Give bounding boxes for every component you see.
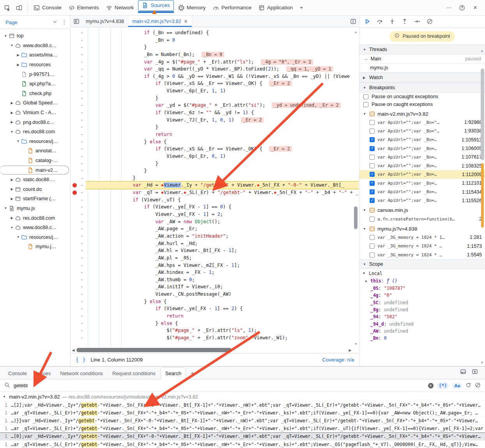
breakpoint-checkbox[interactable] <box>370 146 375 151</box>
sidebar-tree-item[interactable]: ▼res.doc88.com <box>0 127 70 137</box>
breakpoint-row[interactable]: a.fn.createPattern=function(b…2 <box>359 215 485 223</box>
sidebar-tree-item[interactable]: ▶resources <box>0 60 70 70</box>
scope-variable[interactable]: _5C: undefined <box>359 299 485 306</box>
sidebar-tree-item[interactable]: ▶res.doc88.com <box>0 213 70 223</box>
scroll-right-icon[interactable]: ▶ <box>348 348 352 352</box>
sidebar-tree-item[interactable]: ▶Vimium C - A… <box>0 108 70 118</box>
scope-variable[interactable]: _0S: "108787" <box>359 285 485 292</box>
editor-tab[interactable]: main-v2.min.js?v=3.82✕ <box>128 16 192 27</box>
sidebar-tree-item[interactable]: ▶static.doc88…. <box>0 175 70 185</box>
sidebar-tree-item[interactable]: ▶Global Speed… <box>0 98 70 108</box>
scope-local-row[interactable]: ▼Local <box>359 269 485 277</box>
code-line[interactable]: - var _qq = Number((_yD * Viewer._BP).to… <box>71 65 359 73</box>
sidebar-tree-item[interactable]: ▶png.doc88.c… <box>0 117 70 127</box>
breakpoint-row[interactable]: var ApiUrl="";var _Bo=…1:106005 <box>359 144 485 153</box>
search-result-row[interactable]: 1…ar _qT=Viewer._5L(_Er)+"/getebt-"+View… <box>0 440 485 448</box>
open-panel-icon[interactable] <box>348 16 359 27</box>
device-toolbar-icon[interactable] <box>13 2 25 13</box>
sidebar-tree-item[interactable]: ▼top <box>0 31 70 41</box>
code-line[interactable]: - Viewer._7J(_Er, 1, 0, 1) _Er = 2 <box>71 116 359 124</box>
code-line[interactable]: - _AW.hps = Viewer._mZ[_FX - 1]; <box>71 262 359 269</box>
code-line[interactable]: - _AW.thumb = 0; <box>71 276 359 284</box>
breakpoint-checkbox[interactable] <box>370 172 375 177</box>
panel-tab-memory[interactable]: Memory <box>175 0 209 16</box>
pretty-print-button[interactable]: { } <box>76 357 86 363</box>
breakpoint-checkbox[interactable] <box>370 243 375 249</box>
step-out-button[interactable] <box>402 18 408 26</box>
inspect-element-icon[interactable] <box>2 2 13 13</box>
scope-variable[interactable]: _Bn: 0 <box>359 335 485 342</box>
sidebar-tree-item[interactable]: ▼www.doc88.c… <box>0 223 70 233</box>
vscroll-thumb[interactable] <box>354 206 358 229</box>
code-line[interactable]: - } <box>71 167 359 175</box>
sidebar-tree-item[interactable]: ▶assets/ima… <box>0 50 70 60</box>
code-line[interactable]: - } else { <box>71 320 359 327</box>
threads-section-header[interactable]: ▼Threads <box>359 44 485 55</box>
drawer-tab-request-conditions[interactable]: Request conditions <box>108 368 160 379</box>
panel-tab-elements[interactable]: Elements <box>65 0 103 16</box>
code-line[interactable]: - if (Viewer._ye[_FX - 1] == 2) { <box>71 305 359 312</box>
scope-section-header[interactable]: ▼Scope <box>359 259 485 269</box>
breakpoint-row[interactable]: var _3G_memory = 1024 * …1:1573 <box>359 242 485 250</box>
code-line[interactable]: - $("#page_" + _Er).attr("zoom", Viewer.… <box>71 334 359 342</box>
breakpoint-checkbox[interactable] <box>370 155 375 160</box>
panel-tab-network[interactable]: Network <box>103 0 138 16</box>
scroll-left-icon[interactable]: ◀ <box>71 348 76 352</box>
code-pane[interactable]: - if (_Bn == undefined) {- _Bn = 0- }- _… <box>71 28 359 347</box>
scope-variable[interactable]: _94_d: undefined <box>359 321 485 328</box>
sidebar-tree-item[interactable]: ▼mymu.js <box>0 204 70 213</box>
horizontal-scrollbar[interactable]: ◀ ▶ <box>71 347 352 353</box>
search-result-row[interactable]: 1…ar _qT=Viewer._5L(_Er)+"/getebt-"+View… <box>0 409 485 416</box>
breakpoint-row[interactable]: var ApiUrl="";var _Bo=…1:112009 <box>359 170 485 179</box>
sidebar-tree-item[interactable]: ▼resources/j… <box>0 232 70 242</box>
drawer-tab-issues[interactable]: Issues <box>32 368 55 379</box>
panel-tab-performance[interactable]: Performance <box>209 0 255 16</box>
panel-tab-console[interactable]: Console <box>30 0 65 16</box>
sidebar-tree-item[interactable]: ▶startIFrame (… <box>0 194 70 204</box>
sidebar-tree-item[interactable]: p-997571… <box>0 69 70 79</box>
pause-caught-row[interactable]: Pause on caught exceptions <box>359 101 485 108</box>
coverage-link[interactable]: Coverage: n/a <box>322 357 354 363</box>
editor-tab[interactable]: mymu.js?v=4.838 <box>82 16 128 27</box>
hscroll-thumb[interactable] <box>76 348 232 352</box>
breakpoint-row[interactable]: var ApiUrl="";var _Bo=…1:105913 <box>359 136 485 144</box>
code-line[interactable]: - if (_4g > 0 && _yD == Viewer._W1 && (!… <box>71 73 359 80</box>
execution-line[interactable]: - var _Hd = ●Viewer._Iy + "/getebt-" + V… <box>71 182 359 189</box>
breakpoint-group-header[interactable]: ▼mymu.js?v=4.838 <box>359 224 485 233</box>
resume-button[interactable] <box>364 18 370 26</box>
panel-tab-sources[interactable]: Sources <box>138 0 174 11</box>
search-query[interactable]: getebt <box>14 383 28 388</box>
code-line[interactable]: - Viewer._CN.postMessage(_AW) <box>71 291 359 298</box>
code-line[interactable]: - _AW.pl = _0S; <box>71 254 359 262</box>
sidebar-tree-item[interactable]: check.php <box>0 89 70 99</box>
code-line[interactable]: - if (Viewer._xS && _Er == Viewer._OK) {… <box>71 80 359 87</box>
scroll-down-icon[interactable]: ▼ <box>353 342 359 346</box>
sidebar-tree-item[interactable]: mymu.j… <box>0 242 70 252</box>
tab-page[interactable]: Page <box>3 18 19 26</box>
code-line[interactable]: - Viewer._ye[_FX - 1] = 2; <box>71 211 359 218</box>
clear-results-icon[interactable] <box>475 382 481 389</box>
code-line[interactable]: - _AW.hurl = _Hd; <box>71 240 359 247</box>
breakpoint-dot[interactable] <box>73 183 77 187</box>
drawer-tab-search[interactable]: Search <box>161 367 186 379</box>
more-options-icon[interactable]: ⋮ <box>62 19 67 25</box>
scope-variable[interactable]: ▶this: ƒ () <box>359 277 485 284</box>
code-line[interactable]: - return <box>71 131 359 138</box>
chevron-down-icon[interactable] <box>52 19 58 26</box>
code-line[interactable]: - Viewer._6p(_Er, 0, 1) <box>71 153 359 160</box>
watch-section-header[interactable]: ▶Watch <box>359 72 485 83</box>
sidebar-tree-item[interactable]: main-v2… <box>0 165 70 175</box>
breakpoint-row[interactable]: var ApiUrl="";var _Bo=…1:115434 <box>359 187 485 196</box>
breakpoint-checkbox[interactable] <box>370 252 375 258</box>
regex-toggle[interactable]: (*) <box>437 383 449 389</box>
rscroll-down-icon[interactable]: ▼ <box>479 361 485 365</box>
breakpoint-dot[interactable] <box>73 190 77 195</box>
overflow-menu-icon[interactable]: ⋯ <box>443 2 455 13</box>
scope-variable[interactable]: _AW: undefined <box>359 328 485 335</box>
breakpoint-checkbox[interactable] <box>370 217 375 222</box>
hide-navigator-icon[interactable] <box>71 16 82 27</box>
panel-tab-application[interactable]: Application <box>255 0 296 16</box>
code-line[interactable]: - } <box>71 160 359 168</box>
drawer-tab-network-conditions[interactable]: Network conditions <box>56 368 107 379</box>
search-bar[interactable]: getebt ✕ (*) Aa <box>0 379 485 392</box>
